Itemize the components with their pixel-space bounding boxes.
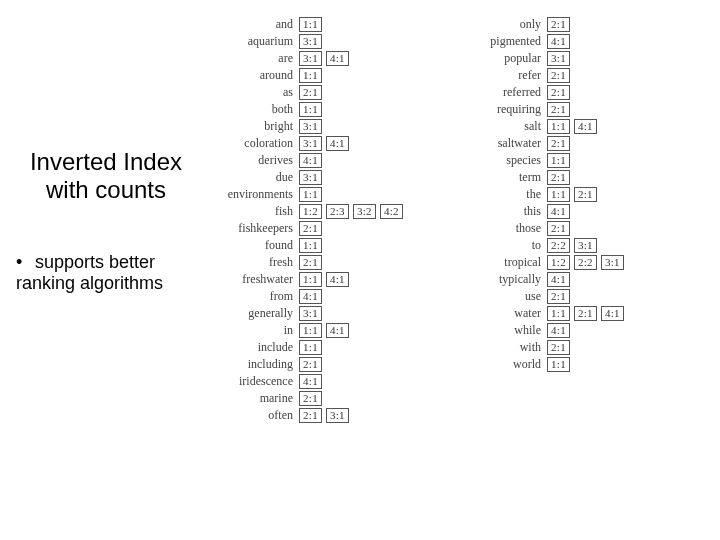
posting: 3:1 — [601, 255, 624, 270]
index-term: requiring — [453, 102, 547, 117]
posting: 2:1 — [299, 408, 322, 423]
posting: 1:2 — [547, 255, 570, 270]
postings-list: 2:1 — [299, 255, 322, 270]
postings-list: 2:13:1 — [299, 408, 349, 423]
postings-list: 2:1 — [547, 85, 570, 100]
postings-list: 4:1 — [299, 289, 322, 304]
index-row: term2:1 — [453, 169, 703, 185]
postings-list: 3:1 — [299, 119, 322, 134]
slide-title: Inverted Index with counts — [16, 148, 196, 203]
index-row: include1:1 — [205, 339, 445, 355]
posting: 2:1 — [547, 17, 570, 32]
index-row: marine2:1 — [205, 390, 445, 406]
index-term: marine — [205, 391, 299, 406]
index-term: while — [453, 323, 547, 338]
index-term: aquarium — [205, 34, 299, 49]
posting: 1:1 — [547, 187, 570, 202]
posting: 3:1 — [299, 306, 322, 321]
posting: 3:1 — [299, 136, 322, 151]
postings-list: 2:1 — [547, 170, 570, 185]
posting: 2:1 — [547, 221, 570, 236]
posting: 2:1 — [547, 102, 570, 117]
index-row: derives4:1 — [205, 152, 445, 168]
index-term: referred — [453, 85, 547, 100]
index-row: coloration3:14:1 — [205, 135, 445, 151]
posting: 3:2 — [353, 204, 376, 219]
index-column-2: only2:1pigmented4:1popular3:1refer2:1ref… — [453, 16, 703, 373]
index-term: as — [205, 85, 299, 100]
posting: 1:1 — [299, 238, 322, 253]
postings-list: 1:1 — [547, 357, 570, 372]
postings-list: 1:1 — [299, 340, 322, 355]
index-term: the — [453, 187, 547, 202]
postings-list: 1:1 — [299, 17, 322, 32]
postings-list: 1:22:23:1 — [547, 255, 624, 270]
postings-list: 2:1 — [299, 357, 322, 372]
posting: 3:1 — [299, 119, 322, 134]
bullet-text-line1: supports better — [35, 252, 155, 272]
index-row: bright3:1 — [205, 118, 445, 134]
index-column-1: and1:1aquarium3:1are3:14:1around1:1as2:1… — [205, 16, 445, 424]
title-line2: with counts — [46, 176, 166, 203]
index-term: those — [453, 221, 547, 236]
index-row: species1:1 — [453, 152, 703, 168]
postings-list: 2:1 — [547, 102, 570, 117]
index-term: water — [453, 306, 547, 321]
index-row: with2:1 — [453, 339, 703, 355]
index-row: while4:1 — [453, 322, 703, 338]
postings-list: 3:1 — [299, 170, 322, 185]
posting: 2:1 — [547, 289, 570, 304]
posting: 1:1 — [299, 102, 322, 117]
index-row: to2:23:1 — [453, 237, 703, 253]
postings-list: 1:1 — [299, 68, 322, 83]
index-term: from — [205, 289, 299, 304]
index-term: popular — [453, 51, 547, 66]
postings-list: 4:1 — [547, 272, 570, 287]
index-term: often — [205, 408, 299, 423]
posting: 2:1 — [574, 306, 597, 321]
posting: 1:1 — [299, 17, 322, 32]
postings-list: 1:1 — [547, 153, 570, 168]
index-term: generally — [205, 306, 299, 321]
index-term: tropical — [453, 255, 547, 270]
posting: 2:1 — [547, 68, 570, 83]
posting: 4:1 — [326, 51, 349, 66]
posting: 1:1 — [547, 357, 570, 372]
postings-list: 2:1 — [547, 17, 570, 32]
postings-list: 4:1 — [547, 34, 570, 49]
posting: 2:1 — [299, 357, 322, 372]
index-row: as2:1 — [205, 84, 445, 100]
index-row: freshwater1:14:1 — [205, 271, 445, 287]
index-row: popular3:1 — [453, 50, 703, 66]
posting: 2:2 — [547, 238, 570, 253]
postings-list: 2:1 — [299, 85, 322, 100]
posting: 2:1 — [547, 340, 570, 355]
posting: 4:1 — [326, 272, 349, 287]
index-row: from4:1 — [205, 288, 445, 304]
index-row: saltwater2:1 — [453, 135, 703, 151]
postings-list: 2:1 — [299, 221, 322, 236]
posting: 2:1 — [547, 170, 570, 185]
index-row: those2:1 — [453, 220, 703, 236]
index-row: world1:1 — [453, 356, 703, 372]
posting: 1:2 — [299, 204, 322, 219]
index-term: freshwater — [205, 272, 299, 287]
slide: Inverted Index with counts • supports be… — [0, 0, 720, 540]
index-term: fish — [205, 204, 299, 219]
index-term: in — [205, 323, 299, 338]
postings-list: 3:14:1 — [299, 51, 349, 66]
index-row: found1:1 — [205, 237, 445, 253]
postings-list: 4:1 — [299, 153, 322, 168]
index-term: found — [205, 238, 299, 253]
index-row: water1:12:14:1 — [453, 305, 703, 321]
postings-list: 1:22:33:24:2 — [299, 204, 403, 219]
postings-list: 1:12:14:1 — [547, 306, 624, 321]
bullet-block: • supports better ranking algorithms — [16, 252, 196, 294]
index-term: environments — [205, 187, 299, 202]
postings-list: 1:1 — [299, 238, 322, 253]
postings-list: 2:1 — [547, 340, 570, 355]
index-row: are3:14:1 — [205, 50, 445, 66]
index-row: iridescence4:1 — [205, 373, 445, 389]
index-term: this — [453, 204, 547, 219]
posting: 4:2 — [380, 204, 403, 219]
